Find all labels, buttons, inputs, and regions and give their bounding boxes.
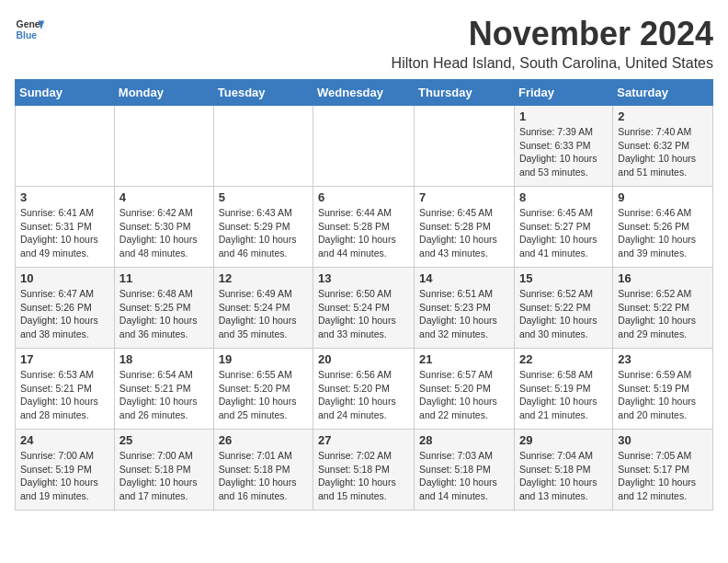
day-header-friday: Friday (514, 80, 612, 106)
day-number: 19 (219, 352, 308, 366)
day-number: 7 (419, 190, 509, 204)
day-info: Sunrise: 7:05 AM Sunset: 5:17 PM Dayligh… (618, 449, 708, 503)
day-number: 8 (519, 190, 608, 204)
day-info: Sunrise: 6:44 AM Sunset: 5:28 PM Dayligh… (318, 206, 409, 260)
calendar-cell: 16Sunrise: 6:52 AM Sunset: 5:22 PM Dayli… (613, 268, 713, 349)
calendar-cell: 7Sunrise: 6:45 AM Sunset: 5:28 PM Daylig… (415, 187, 515, 268)
day-number: 4 (119, 190, 209, 204)
calendar-cell: 13Sunrise: 6:50 AM Sunset: 5:24 PM Dayli… (313, 268, 415, 349)
day-number: 9 (618, 190, 708, 204)
calendar-cell: 20Sunrise: 6:56 AM Sunset: 5:20 PM Dayli… (313, 349, 415, 430)
day-number: 12 (219, 271, 308, 285)
calendar-cell (313, 106, 415, 187)
day-info: Sunrise: 6:56 AM Sunset: 5:20 PM Dayligh… (318, 368, 409, 422)
day-info: Sunrise: 6:48 AM Sunset: 5:25 PM Dayligh… (119, 287, 209, 341)
day-number: 5 (219, 190, 308, 204)
day-info: Sunrise: 6:53 AM Sunset: 5:21 PM Dayligh… (20, 368, 109, 422)
day-number: 22 (519, 352, 608, 366)
day-number: 21 (419, 352, 509, 366)
calendar-cell: 4Sunrise: 6:42 AM Sunset: 5:30 PM Daylig… (114, 187, 213, 268)
calendar-cell: 30Sunrise: 7:05 AM Sunset: 5:17 PM Dayli… (613, 430, 713, 511)
day-header-wednesday: Wednesday (313, 80, 415, 106)
day-number: 14 (419, 271, 509, 285)
day-number: 29 (519, 433, 608, 447)
generalblue-logo-icon: General Blue (15, 15, 44, 44)
calendar-cell: 17Sunrise: 6:53 AM Sunset: 5:21 PM Dayli… (16, 349, 115, 430)
day-header-tuesday: Tuesday (213, 80, 313, 106)
page-header: General Blue November 2024 Hilton Head I… (15, 15, 713, 72)
calendar-cell (415, 106, 515, 187)
day-number: 25 (119, 433, 209, 447)
day-info: Sunrise: 7:40 AM Sunset: 6:32 PM Dayligh… (618, 125, 708, 179)
day-number: 6 (318, 190, 409, 204)
day-number: 15 (519, 271, 608, 285)
day-info: Sunrise: 6:47 AM Sunset: 5:26 PM Dayligh… (20, 287, 109, 341)
day-info: Sunrise: 7:39 AM Sunset: 6:33 PM Dayligh… (519, 125, 608, 179)
day-info: Sunrise: 6:59 AM Sunset: 5:19 PM Dayligh… (618, 368, 708, 422)
calendar-cell: 3Sunrise: 6:41 AM Sunset: 5:31 PM Daylig… (16, 187, 115, 268)
day-number: 11 (119, 271, 209, 285)
day-info: Sunrise: 7:04 AM Sunset: 5:18 PM Dayligh… (519, 449, 608, 503)
day-number: 3 (20, 190, 109, 204)
location-title: Hilton Head Island, South Carolina, Unit… (392, 55, 713, 72)
calendar-cell: 15Sunrise: 6:52 AM Sunset: 5:22 PM Dayli… (514, 268, 612, 349)
day-number: 30 (618, 433, 708, 447)
calendar-cell: 29Sunrise: 7:04 AM Sunset: 5:18 PM Dayli… (514, 430, 612, 511)
calendar-cell: 14Sunrise: 6:51 AM Sunset: 5:23 PM Dayli… (415, 268, 515, 349)
day-info: Sunrise: 6:50 AM Sunset: 5:24 PM Dayligh… (318, 287, 409, 341)
calendar-cell: 21Sunrise: 6:57 AM Sunset: 5:20 PM Dayli… (415, 349, 515, 430)
day-info: Sunrise: 6:45 AM Sunset: 5:28 PM Dayligh… (419, 206, 509, 260)
day-info: Sunrise: 6:43 AM Sunset: 5:29 PM Dayligh… (219, 206, 308, 260)
day-info: Sunrise: 7:03 AM Sunset: 5:18 PM Dayligh… (419, 449, 509, 503)
day-header-sunday: Sunday (16, 80, 115, 106)
calendar-cell: 25Sunrise: 7:00 AM Sunset: 5:18 PM Dayli… (114, 430, 213, 511)
calendar-cell (16, 106, 115, 187)
day-number: 1 (519, 109, 608, 123)
calendar-cell: 19Sunrise: 6:55 AM Sunset: 5:20 PM Dayli… (213, 349, 313, 430)
day-number: 2 (618, 109, 708, 123)
day-number: 13 (318, 271, 409, 285)
day-number: 26 (219, 433, 308, 447)
title-block: November 2024 Hilton Head Island, South … (392, 15, 713, 72)
calendar-cell: 12Sunrise: 6:49 AM Sunset: 5:24 PM Dayli… (213, 268, 313, 349)
day-info: Sunrise: 6:52 AM Sunset: 5:22 PM Dayligh… (618, 287, 708, 341)
calendar-cell: 28Sunrise: 7:03 AM Sunset: 5:18 PM Dayli… (415, 430, 515, 511)
calendar-cell: 1Sunrise: 7:39 AM Sunset: 6:33 PM Daylig… (514, 106, 612, 187)
day-number: 23 (618, 352, 708, 366)
day-info: Sunrise: 6:57 AM Sunset: 5:20 PM Dayligh… (419, 368, 509, 422)
month-title: November 2024 (392, 15, 713, 53)
calendar-cell: 24Sunrise: 7:00 AM Sunset: 5:19 PM Dayli… (16, 430, 115, 511)
day-info: Sunrise: 6:58 AM Sunset: 5:19 PM Dayligh… (519, 368, 608, 422)
calendar-cell: 8Sunrise: 6:45 AM Sunset: 5:27 PM Daylig… (514, 187, 612, 268)
day-info: Sunrise: 7:02 AM Sunset: 5:18 PM Dayligh… (318, 449, 409, 503)
calendar-cell: 23Sunrise: 6:59 AM Sunset: 5:19 PM Dayli… (613, 349, 713, 430)
day-info: Sunrise: 6:49 AM Sunset: 5:24 PM Dayligh… (219, 287, 308, 341)
calendar-cell: 27Sunrise: 7:02 AM Sunset: 5:18 PM Dayli… (313, 430, 415, 511)
day-number: 27 (318, 433, 409, 447)
day-info: Sunrise: 6:41 AM Sunset: 5:31 PM Dayligh… (20, 206, 109, 260)
day-info: Sunrise: 7:01 AM Sunset: 5:18 PM Dayligh… (219, 449, 308, 503)
calendar-cell: 10Sunrise: 6:47 AM Sunset: 5:26 PM Dayli… (16, 268, 115, 349)
calendar-cell (114, 106, 213, 187)
calendar-cell: 26Sunrise: 7:01 AM Sunset: 5:18 PM Dayli… (213, 430, 313, 511)
day-number: 18 (119, 352, 209, 366)
calendar-cell: 2Sunrise: 7:40 AM Sunset: 6:32 PM Daylig… (613, 106, 713, 187)
day-number: 17 (20, 352, 109, 366)
day-info: Sunrise: 6:51 AM Sunset: 5:23 PM Dayligh… (419, 287, 509, 341)
day-number: 20 (318, 352, 409, 366)
svg-text:Blue: Blue (17, 30, 38, 40)
day-header-thursday: Thursday (415, 80, 515, 106)
calendar-table: SundayMondayTuesdayWednesdayThursdayFrid… (15, 79, 713, 511)
day-header-saturday: Saturday (613, 80, 713, 106)
day-header-monday: Monday (114, 80, 213, 106)
day-info: Sunrise: 6:46 AM Sunset: 5:26 PM Dayligh… (618, 206, 708, 260)
calendar-cell: 11Sunrise: 6:48 AM Sunset: 5:25 PM Dayli… (114, 268, 213, 349)
calendar-cell: 6Sunrise: 6:44 AM Sunset: 5:28 PM Daylig… (313, 187, 415, 268)
day-number: 28 (419, 433, 509, 447)
logo: General Blue (15, 15, 44, 44)
calendar-cell: 5Sunrise: 6:43 AM Sunset: 5:29 PM Daylig… (213, 187, 313, 268)
day-info: Sunrise: 7:00 AM Sunset: 5:19 PM Dayligh… (20, 449, 109, 503)
calendar-cell (213, 106, 313, 187)
day-number: 16 (618, 271, 708, 285)
calendar-cell: 18Sunrise: 6:54 AM Sunset: 5:21 PM Dayli… (114, 349, 213, 430)
